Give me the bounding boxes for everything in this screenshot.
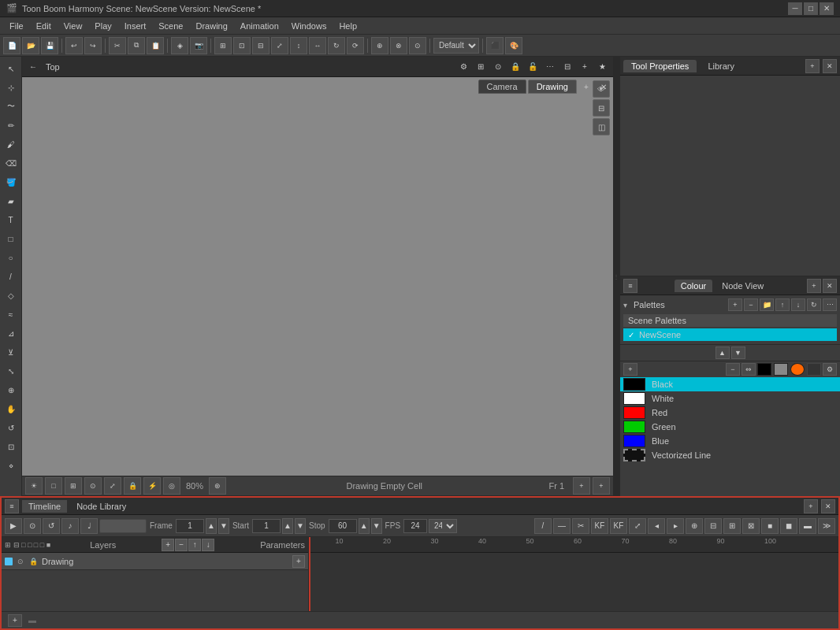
tab-node-library[interactable]: Node Library	[70, 500, 132, 513]
lock-btn[interactable]: 🔒	[124, 477, 141, 495]
special-colour-btn[interactable]	[790, 363, 805, 376]
tl-mute-btn[interactable]: ♩	[80, 518, 98, 534]
tool1-btn[interactable]: ⊞	[214, 37, 232, 54]
tl-morph-btn[interactable]: ⤢	[629, 518, 646, 534]
maximize-button[interactable]: □	[804, 2, 818, 15]
eyedrop-tool[interactable]: ⊿	[2, 324, 20, 342]
palette-refresh-btn[interactable]: ↻	[807, 298, 821, 311]
colour-tab-colour[interactable]: Colour	[675, 280, 712, 292]
colour-tab-nodeview[interactable]: Node View	[715, 280, 770, 292]
canvas-layer-btn[interactable]: ⊟	[593, 99, 610, 117]
stroke-tool[interactable]: ≈	[2, 306, 20, 323]
paste-btn[interactable]: 📋	[147, 37, 164, 54]
smooth-tool[interactable]: 〜	[2, 98, 20, 115]
tl-more1[interactable]: ◂	[648, 518, 665, 534]
tl-kf2-btn[interactable]: KF	[610, 518, 627, 534]
motion-btn[interactable]: ⤢	[104, 477, 121, 495]
palette-more-btn[interactable]: ⋯	[823, 298, 837, 311]
menu-drawing[interactable]: Drawing	[189, 20, 233, 32]
colour-row-black[interactable]: Black	[620, 377, 840, 391]
eraser-tool[interactable]: ⌫	[2, 154, 20, 172]
tab-timeline[interactable]: Timeline	[22, 500, 67, 513]
sq-btn[interactable]: □	[45, 477, 62, 495]
status-add-btn[interactable]: +	[8, 614, 22, 627]
tab-tool-properties[interactable]: Tool Properties	[623, 60, 697, 72]
frame-input[interactable]	[176, 519, 204, 533]
close-button[interactable]: ✕	[820, 2, 834, 15]
frame-down[interactable]: ▼	[218, 518, 229, 534]
menu-play[interactable]: Play	[88, 20, 117, 32]
minimize-button[interactable]: ─	[788, 2, 802, 15]
colour-nav-up[interactable]: ▲	[715, 346, 730, 359]
tool2-btn[interactable]: ⊡	[233, 37, 251, 54]
tool5-btn[interactable]: ↕	[290, 37, 307, 54]
ink-tool[interactable]: ▰	[2, 192, 20, 209]
tl-more6[interactable]: ⊠	[742, 518, 760, 534]
poly-tool[interactable]: ◇	[2, 287, 20, 304]
copy-btn[interactable]: ⧉	[128, 37, 145, 54]
grid-btn[interactable]: ⊞	[65, 477, 82, 495]
colour-minus-btn[interactable]: −	[726, 363, 740, 376]
cut-btn[interactable]: ✂	[109, 37, 126, 54]
tl-more5[interactable]: ⊞	[723, 518, 741, 534]
tool11-btn[interactable]: ⊙	[409, 37, 426, 54]
bone-tool[interactable]: ⋄	[2, 457, 20, 474]
vertical-divider[interactable]: ⋮	[613, 57, 619, 496]
nav-onion[interactable]: ⊙	[490, 59, 506, 75]
contour-tool[interactable]: ⊹	[2, 79, 20, 96]
menu-windows[interactable]: Windows	[285, 20, 333, 32]
layers-down-btn[interactable]: ↓	[202, 539, 214, 551]
tl-scrubber[interactable]	[99, 519, 147, 533]
tool7-btn[interactable]: ↻	[328, 37, 345, 54]
tl-more8[interactable]: ◼	[780, 518, 797, 534]
tool4-btn[interactable]: ⤢	[271, 37, 288, 54]
morph-tool[interactable]: ⊻	[2, 343, 20, 361]
tl-more9[interactable]: ▬	[799, 518, 816, 534]
rotate-tool[interactable]: ↺	[2, 419, 20, 436]
line-tool[interactable]: /	[2, 268, 20, 285]
layer-lock[interactable]: 🔒	[29, 558, 38, 565]
fg-colour-swatch[interactable]	[757, 363, 771, 376]
colour-panel-menu[interactable]: ≡	[623, 279, 637, 293]
colour-row-blue[interactable]: Blue	[620, 434, 840, 448]
colour-nav-down[interactable]: ▼	[731, 346, 745, 359]
timeline-menu-btn[interactable]: ≡	[5, 499, 19, 513]
undo-btn[interactable]: ↩	[65, 37, 83, 54]
layers-remove-btn[interactable]: −	[175, 539, 188, 551]
plus-toolbar-btn[interactable]: +	[573, 477, 590, 495]
camera-tab[interactable]: Camera	[478, 80, 526, 94]
tool8-btn[interactable]: ⟳	[347, 37, 364, 54]
nav-star[interactable]: ★	[594, 59, 610, 75]
open-btn[interactable]: 📂	[22, 37, 39, 54]
nav-unlock[interactable]: 🔓	[525, 59, 541, 75]
tl-tool3[interactable]: ✂	[572, 518, 589, 534]
menu-view[interactable]: View	[58, 20, 89, 32]
fps-select[interactable]: 243060	[429, 519, 457, 533]
nav-grid[interactable]: ⊞	[473, 59, 489, 75]
plus2-toolbar-btn[interactable]: +	[593, 477, 610, 495]
palette-folder-btn[interactable]: 📁	[760, 298, 774, 311]
tool6-btn[interactable]: ↔	[309, 37, 326, 54]
colour-row-white[interactable]: White	[620, 391, 840, 406]
sun-btn[interactable]: ◎	[163, 477, 180, 495]
redo-btn[interactable]: ↪	[84, 37, 102, 54]
extra-tool[interactable]: ⊡	[2, 438, 20, 455]
canvas-camera-btn[interactable]: ◫	[593, 118, 610, 135]
timeline-track-area[interactable]: 10 20 30 40 50 60 70 80 90 100	[309, 537, 838, 611]
nav-plus[interactable]: +	[577, 59, 593, 75]
render-btn[interactable]: ◈	[171, 37, 188, 54]
text-tool[interactable]: T	[2, 211, 20, 228]
expand-view-btn[interactable]: +	[578, 79, 594, 94]
fps-input[interactable]	[403, 519, 427, 533]
nav-onion2[interactable]: ⊟	[559, 59, 575, 75]
colour-remove-btn[interactable]: ✕	[823, 279, 837, 293]
close-view-btn[interactable]: ✕	[596, 79, 611, 94]
tl-tool2[interactable]: —	[553, 518, 571, 534]
start-up[interactable]: ▲	[282, 518, 293, 534]
tl-more2[interactable]: ▸	[667, 518, 684, 534]
layer-add-drawing[interactable]: +	[292, 555, 305, 568]
layers-up-btn[interactable]: ↑	[188, 539, 201, 551]
nav-lock[interactable]: 🔒	[507, 59, 523, 75]
palette-remove-btn[interactable]: −	[744, 298, 758, 311]
layer-visibility[interactable]: ⊙	[17, 558, 24, 565]
